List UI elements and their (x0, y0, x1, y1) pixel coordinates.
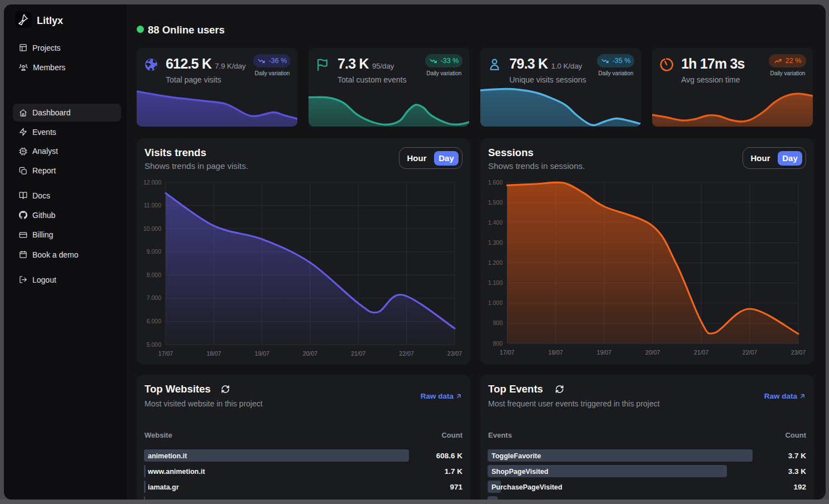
svg-text:1.600: 1.600 (488, 179, 503, 186)
svg-text:17/07: 17/07 (158, 350, 173, 357)
svg-text:1.300: 1.300 (488, 239, 503, 246)
svg-text:1.100: 1.100 (488, 279, 503, 286)
svg-text:11.000: 11.000 (144, 202, 161, 209)
svg-text:17/07: 17/07 (500, 349, 514, 356)
svg-text:6.000: 6.000 (147, 318, 161, 324)
svg-text:19/07: 19/07 (597, 349, 611, 356)
svg-text:7.000: 7.000 (147, 294, 161, 301)
svg-text:10.000: 10.000 (143, 225, 161, 232)
svg-text:1.500: 1.500 (488, 199, 503, 206)
svg-text:22/07: 22/07 (399, 350, 414, 357)
svg-text:9.000: 9.000 (147, 248, 161, 255)
svg-text:AI: AI (22, 149, 25, 153)
svg-text:5.000: 5.000 (147, 341, 161, 348)
svg-text:1.000: 1.000 (488, 299, 503, 306)
svg-text:20/07: 20/07 (645, 349, 660, 356)
svg-text:22/07: 22/07 (743, 349, 757, 356)
svg-text:800: 800 (493, 340, 503, 347)
svg-text:21/07: 21/07 (694, 349, 708, 356)
svg-text:12.000: 12.000 (143, 179, 161, 186)
svg-text:23/07: 23/07 (447, 350, 462, 357)
svg-text:18/07: 18/07 (548, 349, 563, 356)
svg-text:19/07: 19/07 (255, 350, 269, 357)
svg-text:21/07: 21/07 (351, 350, 365, 357)
svg-text:900: 900 (493, 319, 503, 326)
svg-text:1.400: 1.400 (488, 219, 503, 226)
svg-text:23/07: 23/07 (791, 349, 806, 356)
svg-text:20/07: 20/07 (303, 350, 317, 357)
svg-text:1.200: 1.200 (488, 259, 503, 266)
svg-text:18/07: 18/07 (206, 350, 221, 357)
svg-text:8.000: 8.000 (147, 272, 161, 278)
